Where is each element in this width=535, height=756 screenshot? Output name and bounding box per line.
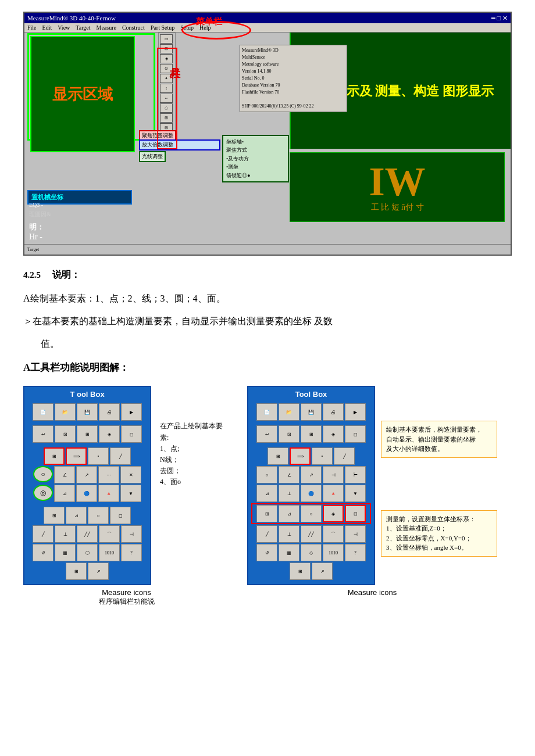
rtb-v2[interactable]: ⊥ — [279, 525, 299, 543]
tb-select[interactable]: ⊡ — [55, 425, 76, 443]
menu-view[interactable]: View — [58, 24, 70, 31]
tb-c2[interactable]: ⊿ — [66, 507, 87, 524]
rtb-rot[interactable]: ◈ — [323, 425, 344, 443]
tb-row-5: ◎ ⊿ 🔵 🔺 ▼ — [27, 485, 147, 502]
tb-d3[interactable]: ╱╱ — [77, 525, 98, 543]
rtb-t1[interactable]: ⊿ — [256, 485, 277, 502]
rtb-w1[interactable]: ↺ — [256, 544, 277, 561]
rtb-save[interactable]: 💾 — [301, 403, 322, 421]
rtb-u2[interactable]: ⊿ — [279, 505, 299, 522]
rtb-play[interactable]: ▶ — [345, 403, 366, 421]
tb-play[interactable]: ▶ — [121, 403, 142, 421]
tb-move[interactable]: ⊞ — [77, 425, 98, 443]
menu-edit[interactable]: Edit — [42, 24, 52, 31]
rtb-t3[interactable]: 🔵 — [301, 485, 322, 502]
rtb-v3[interactable]: ╱╱ — [301, 525, 322, 543]
tb-btn-2[interactable]: ⊡ — [160, 44, 173, 53]
tb-btn-1[interactable]: ▭ — [160, 34, 173, 44]
tb-b2[interactable]: 🔵 — [76, 485, 97, 502]
tb-btn-7[interactable]: ↔ — [160, 94, 173, 103]
tb-btn-9[interactable]: ⊞ — [160, 113, 173, 123]
tb-c4[interactable]: ◻ — [110, 507, 131, 524]
rtb-t5[interactable]: ▼ — [345, 485, 366, 502]
rtb-print[interactable]: 🖨 — [323, 403, 344, 421]
tb-print[interactable]: 🖨 — [99, 403, 120, 421]
rtb-u1[interactable]: ⊞ — [256, 505, 277, 522]
tb-rotate[interactable]: ◈ — [99, 425, 120, 443]
tb-btn-4[interactable]: ⊙ — [160, 64, 173, 73]
tb-arrow2[interactable]: ↗ — [76, 466, 97, 483]
tb-draw2[interactable]: ⟹ — [66, 447, 87, 465]
tb-d5[interactable]: ⊣ — [121, 525, 142, 543]
tb-draw1[interactable]: ⊞ — [44, 447, 65, 465]
menu-partsetup[interactable]: Part Setup — [151, 24, 174, 31]
tb-d4[interactable]: ⌒ — [99, 525, 120, 543]
tb-undo[interactable]: ↩ — [33, 425, 54, 443]
rtb-t2[interactable]: ⊥ — [279, 485, 299, 502]
rtb-w3[interactable]: ◇ — [301, 544, 322, 561]
rtb-open[interactable]: 📂 — [279, 403, 299, 421]
rtb-r4[interactable]: ╱ — [334, 447, 355, 465]
tb-new[interactable]: 📄 — [33, 403, 54, 421]
menu-construct[interactable]: Construct — [122, 24, 145, 31]
rtb-s2[interactable]: ∠ — [279, 466, 299, 483]
tb-draw4[interactable]: ╱ — [110, 447, 131, 465]
rtb-r1[interactable]: ⊞ — [268, 447, 288, 465]
rtb-sel[interactable]: ⊡ — [279, 425, 299, 443]
tb-save[interactable]: 💾 — [77, 403, 98, 421]
rtb-t4[interactable]: 🔺 — [323, 485, 344, 502]
menu-setup[interactable]: Setup — [180, 24, 194, 31]
tb-c3[interactable]: ○ — [88, 507, 109, 524]
rtb-u3[interactable]: ○ — [301, 505, 322, 522]
tb-circle2[interactable]: ◎ — [33, 485, 53, 501]
tb-btn-3[interactable]: ◈ — [160, 54, 173, 63]
tb-d2[interactable]: ⊥ — [55, 525, 76, 543]
tb-btn-5[interactable]: ✦ — [160, 74, 173, 83]
tb-e1[interactable]: ↺ — [33, 544, 54, 561]
rtb-s3[interactable]: ↗ — [301, 466, 322, 483]
rtb-undo[interactable]: ↩ — [256, 425, 277, 443]
tb-f2[interactable]: ↗ — [88, 562, 109, 580]
rtb-r3[interactable]: • — [312, 447, 333, 465]
tb-btn-6[interactable]: ↕ — [160, 84, 173, 93]
tb-e2[interactable]: ▦ — [55, 544, 76, 561]
tb-e3[interactable]: ⬡ — [77, 544, 98, 561]
tb-b3[interactable]: 🔺 — [98, 485, 119, 502]
rtb-x2[interactable]: ↗ — [312, 562, 333, 580]
tb-b4[interactable]: ▼ — [120, 485, 141, 502]
rtb-s1[interactable]: ○ — [256, 466, 277, 483]
tb-circle1[interactable]: ○ — [33, 466, 53, 482]
tb-open[interactable]: 📂 — [55, 403, 76, 421]
tb-e4[interactable]: 1010 — [99, 544, 120, 561]
rtb-u5-red[interactable]: ⊡ — [345, 505, 366, 522]
tb-c1[interactable]: ⊞ — [44, 507, 65, 524]
menu-file[interactable]: File — [27, 24, 37, 31]
rtb-s5[interactable]: ⊢ — [345, 466, 366, 483]
tb-e5[interactable]: ? — [121, 544, 142, 561]
rtb-s4[interactable]: ⊣ — [323, 466, 344, 483]
rtb-r2-red[interactable]: ⟹ — [290, 447, 311, 465]
rtb-row-2: ↩ ⊡ ⊞ ◈ ◻ — [251, 425, 371, 443]
rtb-u4-red[interactable]: ◈ — [323, 505, 344, 522]
rtb-x1[interactable]: ⊞ — [290, 562, 311, 580]
menu-measure[interactable]: Measure — [97, 24, 116, 31]
rtb-move[interactable]: ⊞ — [301, 425, 322, 443]
tb-dash[interactable]: ⋯ — [98, 466, 119, 483]
rtb-v5[interactable]: ⊣ — [345, 525, 366, 543]
rtb-w5[interactable]: ? — [345, 544, 366, 561]
rtb-v1[interactable]: ╱ — [256, 525, 277, 543]
tb-f1[interactable]: ⊞ — [66, 562, 87, 580]
tb-extra[interactable]: ◻ — [121, 425, 142, 443]
tb-draw3[interactable]: • — [88, 447, 109, 465]
rtb-new[interactable]: 📄 — [256, 403, 277, 421]
rtb-ext[interactable]: ◻ — [345, 425, 366, 443]
tb-angle[interactable]: ∠ — [54, 466, 75, 483]
tb-b1[interactable]: ⊿ — [54, 485, 75, 502]
tb-btn-8[interactable]: ◌ — [160, 103, 173, 113]
rtb-w2[interactable]: ▦ — [279, 544, 299, 561]
tb-d1[interactable]: ╱ — [33, 525, 54, 543]
menu-target[interactable]: Target — [76, 24, 90, 31]
tb-x[interactable]: ✕ — [120, 466, 141, 483]
rtb-w4[interactable]: 1010 — [323, 544, 344, 561]
rtb-v4[interactable]: ⌒ — [323, 525, 344, 543]
